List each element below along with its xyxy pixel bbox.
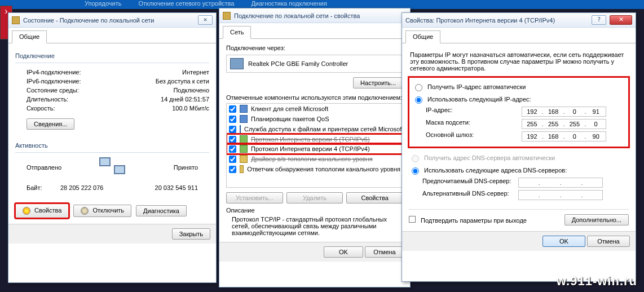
item-label: Протокол Интернета версии 4 (TCP/IPv4): [251, 145, 370, 152]
ok-button[interactable]: OK: [542, 236, 585, 247]
checkbox-icon[interactable]: [409, 216, 416, 223]
description-title: Описание: [226, 207, 403, 214]
validate-checkbox[interactable]: Подтвердить параметры при выходе: [409, 216, 527, 224]
dns2-label: Альтернативный DNS-сервер:: [422, 190, 518, 200]
radio-label: Использовать следующие адреса DNS-сервер…: [424, 167, 567, 174]
checkbox[interactable]: [229, 166, 236, 173]
radio-auto-ip[interactable]: Получить IP-адрес автоматически: [412, 81, 625, 93]
checkbox[interactable]: [229, 116, 236, 123]
checkbox[interactable]: [229, 136, 236, 143]
radio-auto-dns: Получить адрес DNS-сервера автоматически: [409, 152, 629, 164]
tab-network[interactable]: Сеть: [223, 26, 251, 39]
diagnose-button[interactable]: Диагностика: [136, 205, 187, 216]
item-label: Ответчик обнаружения топологии канальног…: [247, 166, 400, 172]
nic-name: Realtek PCIe GBE Family Controller: [248, 60, 348, 67]
bytes-label: Байт:: [27, 184, 60, 191]
component-properties-button[interactable]: Свойства: [346, 192, 403, 203]
dns1-label: Предпочитаемый DNS-сервер:: [422, 178, 518, 188]
close-button[interactable]: Закрыть: [172, 228, 210, 240]
lbl: IPv6-подключение:: [27, 78, 130, 85]
checkbox[interactable]: [229, 145, 236, 153]
checkbox[interactable]: [229, 105, 236, 113]
tab-general[interactable]: Общие: [12, 30, 47, 43]
checkbox[interactable]: [229, 156, 236, 163]
window-title: Состояние - Подключение по локальной сет…: [23, 17, 154, 24]
lbl: IPv4-подключение:: [27, 69, 130, 76]
help-icon[interactable]: ?: [592, 15, 606, 25]
radio[interactable]: [412, 167, 419, 175]
lbl: Скорость:: [27, 105, 130, 112]
description-text: Протокол TCP/IP - стандартный протокол г…: [226, 214, 403, 236]
list-item[interactable]: Драйвер в/в топологии канального уровня: [227, 154, 403, 164]
activity-icon: [99, 157, 125, 178]
radio[interactable]: [415, 84, 422, 91]
dns2-field[interactable]: ...: [518, 190, 603, 200]
radio: [412, 155, 419, 162]
gateway-label: Основной шлюз:: [426, 131, 522, 141]
configure-button[interactable]: Настроить...: [353, 77, 403, 89]
group-activity: Активность: [15, 142, 209, 149]
item-label: Служба доступа к файлам и принтерам сете…: [244, 126, 403, 132]
checkbox[interactable]: [229, 126, 236, 133]
components-list[interactable]: Клиент для сетей Microsoft Планировщик п…: [226, 103, 403, 188]
recv-value: 20 032 545 911: [129, 184, 198, 191]
val: Интернет: [130, 69, 209, 76]
component-icon: [240, 155, 248, 163]
item-label: Клиент для сетей Microsoft: [251, 105, 328, 112]
ok-button[interactable]: OK: [324, 246, 363, 258]
disable-button[interactable]: Отключить: [73, 205, 131, 217]
ip-address-field[interactable]: 192. 168. 0. 91: [522, 107, 606, 117]
adapter-properties-window: Подключение по локальной сети - свойства…: [219, 8, 411, 287]
list-item-tcpipv4[interactable]: Протокол Интернета версии 4 (TCP/IPv4): [227, 144, 403, 154]
watermark: w.911-win.ru: [557, 274, 637, 289]
list-item[interactable]: Ответчик обнаружения топологии канальног…: [227, 164, 403, 174]
val: 14 дней 02:51:57: [130, 96, 209, 103]
item-label: Протокол Интернета версии 6 (TCP/IPv6): [251, 136, 370, 143]
radio-label: Использовать следующий IP-адрес:: [427, 96, 531, 103]
intro-text: Параметры IP могут назначаться автоматич…: [409, 49, 629, 77]
install-button[interactable]: Установить...: [226, 192, 283, 203]
disable-button-label: Отключить: [92, 207, 124, 214]
radio-static-ip[interactable]: Использовать следующий IP-адрес:: [412, 93, 625, 105]
sent-label: Отправлено: [27, 164, 99, 171]
shield-icon: [23, 207, 30, 215]
gateway-field[interactable]: 192. 168. 0. 90: [522, 131, 606, 141]
remove-button: Удалить: [286, 192, 343, 203]
radio-label: Получить IP-адрес автоматически: [427, 83, 526, 90]
cancel-button[interactable]: Отмена: [587, 236, 630, 247]
recv-label: Принято: [125, 164, 198, 171]
list-item[interactable]: Протокол Интернета версии 6 (TCP/IPv6): [227, 134, 403, 144]
window-title: Подключение по локальной сети - свойства: [234, 12, 360, 19]
dns1-field[interactable]: ...: [518, 178, 603, 188]
details-button[interactable]: Сведения...: [27, 118, 74, 130]
properties-button-label: Свойства: [34, 207, 61, 214]
shield-icon: [81, 207, 89, 215]
window-icon: [12, 16, 20, 24]
cancel-button[interactable]: Отмена: [365, 246, 404, 258]
window-icon: [223, 12, 231, 20]
validate-label: Подтвердить параметры при выходе: [421, 217, 527, 224]
item-label: Драйвер в/в топологии канального уровня: [251, 156, 373, 162]
tab-general[interactable]: Общие: [405, 30, 440, 43]
list-item[interactable]: Планировщик пакетов QoS: [227, 114, 403, 124]
radio[interactable]: [415, 96, 422, 104]
component-icon: [240, 125, 241, 133]
close-icon[interactable]: ✕: [198, 15, 213, 25]
group-connection: Подключение: [15, 52, 209, 59]
radio-static-dns[interactable]: Использовать следующие адреса DNS-сервер…: [409, 164, 629, 176]
component-icon: [240, 135, 248, 143]
close-icon[interactable]: ✕: [610, 15, 632, 25]
component-icon: [240, 145, 248, 153]
val: Без доступа к сети: [130, 78, 209, 85]
subnet-mask-field[interactable]: 255. 255. 255. 0: [522, 119, 606, 129]
advanced-button[interactable]: Дополнительно...: [564, 214, 629, 225]
properties-button[interactable]: Свойства: [15, 203, 69, 218]
val: Подключено: [130, 87, 209, 94]
lbl: Длительность:: [27, 96, 130, 103]
radio-label: Получить адрес DNS-сервера автоматически: [424, 154, 555, 161]
window-title: Свойства: Протокол Интернета версии 4 (T…: [405, 17, 555, 24]
list-item[interactable]: Служба доступа к файлам и принтерам сете…: [227, 124, 403, 134]
list-item[interactable]: Клиент для сетей Microsoft: [227, 104, 403, 114]
components-label: Отмеченные компоненты используются этим …: [226, 94, 403, 101]
parent-cmd[interactable]: Упорядочить: [85, 0, 121, 9]
